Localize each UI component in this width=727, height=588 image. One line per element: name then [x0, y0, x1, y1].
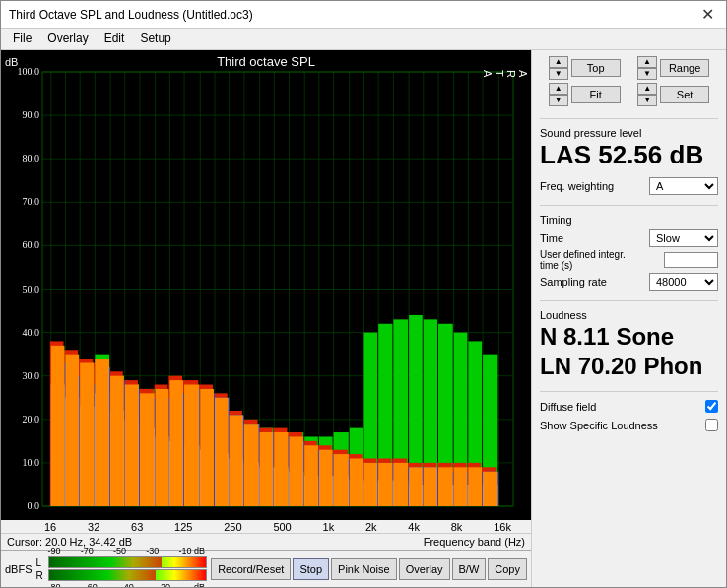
diffuse-field-checkbox[interactable]	[705, 400, 718, 413]
window-title: Third Octave SPL and Loudness (Untitled.…	[9, 8, 253, 22]
set-button[interactable]: Set	[660, 86, 709, 103]
db-ticks-bottom: -80 -60 -40 -20 dB	[36, 582, 208, 587]
nav-controls: ▲ ▼ Top ▲ ▼ Fit	[540, 56, 718, 106]
fit-button[interactable]: Fit	[571, 86, 621, 103]
user-integr-row: User defined integr. time (s) 10	[540, 249, 718, 271]
timing-label: Timing	[540, 214, 718, 226]
range-down-arrow[interactable]: ▼	[637, 68, 657, 80]
menu-setup[interactable]: Setup	[132, 31, 178, 47]
db-bar-r	[48, 569, 208, 581]
loudness-ln-value: LN 70.20 Phon	[540, 353, 718, 381]
main-window: Third Octave SPL and Loudness (Untitled.…	[0, 0, 727, 588]
sampling-rate-label: Sampling rate	[540, 276, 607, 288]
db-bar-row-r: R	[36, 569, 208, 581]
top-button[interactable]: Top	[571, 59, 621, 77]
x-axis-labels: 16 32 63 125 250 500 1k 2k 4k 8k 16k	[1, 520, 531, 533]
divider-3	[540, 300, 718, 301]
overlay-button[interactable]: Overlay	[399, 558, 450, 580]
stop-button[interactable]: Stop	[293, 558, 329, 580]
pink-noise-button[interactable]: Pink Noise	[331, 558, 397, 580]
range-control-group: ▲ ▼ Range ▲ ▼ Set	[637, 56, 709, 106]
db-bar-l	[48, 556, 208, 568]
freq-weighting-label: Freq. weighting	[540, 180, 614, 192]
range-arrows: ▲ ▼	[637, 56, 657, 80]
chart-container: Third octave SPL dB ARTA	[1, 50, 531, 520]
sampling-rate-row: Sampling rate 48000 44100 96000	[540, 273, 718, 291]
range-up-arrow[interactable]: ▲	[637, 56, 657, 68]
set-arrows: ▲ ▼	[637, 83, 657, 106]
set-down-arrow[interactable]: ▼	[637, 95, 657, 106]
fit-down-arrow[interactable]: ▼	[549, 95, 568, 106]
title-bar: Third Octave SPL and Loudness (Untitled.…	[1, 1, 726, 29]
db-meter-row: dBFS -90 -70 -50 -30 -10 dB L	[1, 550, 531, 587]
top-control-group: ▲ ▼ Top ▲ ▼ Fit	[549, 56, 621, 106]
divider-2	[540, 205, 718, 206]
spl-section: Sound pressure level LAS 52.56 dB	[540, 127, 718, 171]
fit-up-arrow[interactable]: ▲	[549, 83, 568, 95]
diffuse-field-label: Diffuse field	[540, 401, 596, 413]
time-row: Time Slow Fast Impulse	[540, 229, 718, 247]
show-specific-row: Show Specific Loudness	[540, 419, 718, 431]
show-specific-label: Show Specific Loudness	[540, 420, 658, 431]
menu-edit[interactable]: Edit	[97, 31, 133, 47]
menu-overlay[interactable]: Overlay	[39, 31, 96, 47]
right-panel: ▲ ▼ Top ▲ ▼ Fit	[531, 50, 726, 587]
channel-r-label: R	[36, 570, 46, 581]
db-bar-container: -90 -70 -50 -30 -10 dB L R	[36, 546, 208, 587]
show-specific-checkbox[interactable]	[705, 419, 718, 431]
sampling-rate-select[interactable]: 48000 44100 96000	[649, 273, 718, 291]
timing-section: Timing Time Slow Fast Impulse User defin…	[540, 214, 718, 293]
top-up-arrow[interactable]: ▲	[549, 56, 568, 68]
set-up-arrow[interactable]: ▲	[637, 83, 657, 95]
record-reset-button[interactable]: Record/Reset	[211, 558, 291, 580]
divider-4	[540, 391, 718, 392]
loudness-section: Loudness N 8.11 Sone LN 70.20 Phon	[540, 309, 718, 384]
time-select[interactable]: Slow Fast Impulse	[649, 229, 718, 247]
freq-weighting-select[interactable]: A B C Z	[649, 177, 718, 195]
divider-1	[540, 118, 718, 119]
action-buttons: Record/Reset Stop Pink Noise Overlay B/W…	[211, 558, 527, 580]
fit-arrows: ▲ ▼	[549, 83, 568, 106]
spl-section-title: Sound pressure level	[540, 127, 718, 139]
main-content: Third octave SPL dB ARTA 16 32 63 125 25…	[1, 50, 726, 587]
chart-area: Third octave SPL dB ARTA 16 32 63 125 25…	[1, 50, 531, 587]
range-button[interactable]: Range	[660, 59, 709, 77]
channel-l-label: L	[36, 557, 46, 568]
freq-weighting-row: Freq. weighting A B C Z	[540, 177, 718, 195]
top-arrows: ▲ ▼	[549, 56, 568, 80]
menu-file[interactable]: File	[5, 31, 39, 47]
spl-value: LAS 52.56 dB	[540, 141, 718, 169]
loudness-n-value: N 8.11 Sone	[540, 323, 718, 352]
dbfs-label: dBFS	[5, 563, 33, 575]
loudness-label: Loudness	[540, 309, 718, 321]
time-label: Time	[540, 232, 563, 244]
user-integr-input[interactable]: 10	[664, 252, 718, 268]
top-down-arrow[interactable]: ▼	[549, 68, 568, 80]
copy-button[interactable]: Copy	[488, 558, 527, 580]
diffuse-field-row: Diffuse field	[540, 400, 718, 413]
x-axis-label: Frequency band (Hz)	[424, 536, 525, 548]
menu-bar: File Overlay Edit Setup	[1, 29, 726, 50]
user-integr-label: User defined integr. time (s)	[540, 249, 628, 271]
chart-canvas	[1, 50, 531, 520]
db-bar-row-l: L	[36, 556, 208, 568]
close-button[interactable]: ✕	[697, 5, 718, 24]
db-ticks-top: -90 -70 -50 -30 -10 dB	[36, 546, 208, 555]
bw-button[interactable]: B/W	[452, 558, 487, 580]
